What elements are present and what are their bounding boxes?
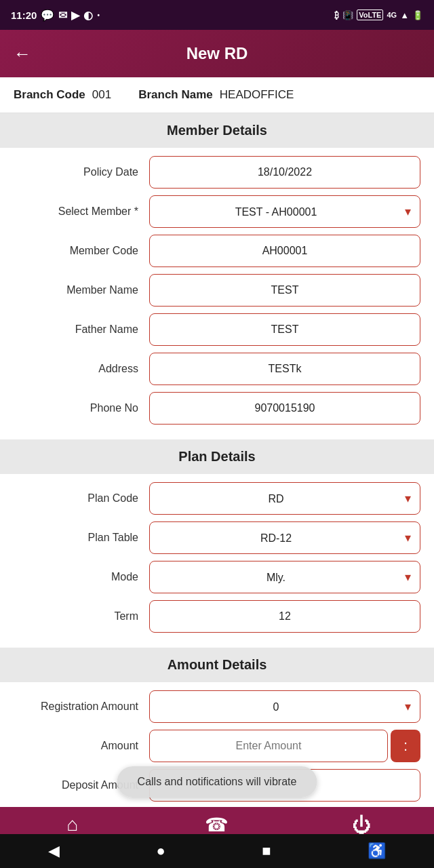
signal-icon: ▲ bbox=[400, 10, 409, 20]
plan-code-wrapper: RD ▾ bbox=[149, 482, 420, 515]
status-bar: 11:20 💬 ✉ ▶ ◐ • ₿ 📳 VoLTE 4G ▲ 🔋 bbox=[0, 0, 434, 30]
plan-details-form: Plan Code RD ▾ Plan Table RD-12 ▾ Mode bbox=[0, 474, 434, 648]
member-code-row: Member Code bbox=[14, 235, 420, 267]
member-code-label: Member Code bbox=[14, 245, 149, 257]
phone-no-label: Phone No bbox=[14, 402, 149, 414]
plan-details-title: Plan Details bbox=[178, 449, 255, 464]
branch-name-label: Branch Name bbox=[138, 88, 213, 102]
member-name-input[interactable] bbox=[149, 274, 420, 307]
branch-code-value: 001 bbox=[92, 88, 111, 102]
mode-row: Mode Mly. ▾ bbox=[14, 561, 420, 593]
policy-date-input[interactable] bbox=[149, 156, 420, 189]
registration-amount-label: Registration Amount bbox=[14, 701, 149, 713]
father-name-row: Father Name bbox=[14, 313, 420, 346]
plan-table-label: Plan Table bbox=[14, 532, 149, 544]
whatsapp-icon: 💬 bbox=[41, 9, 54, 22]
select-member-row: Select Member * TEST - AH00001 ▾ bbox=[14, 195, 420, 228]
member-details-header: Member Details bbox=[0, 113, 434, 148]
branch-info-row: Branch Code 001 Branch Name HEADOFFICE bbox=[0, 77, 434, 113]
phone-no-row: Phone No bbox=[14, 392, 420, 425]
volte-icon: VoLTE bbox=[357, 9, 383, 20]
back-arrow-icon: ← bbox=[14, 43, 31, 64]
father-name-label: Father Name bbox=[14, 323, 149, 336]
back-button[interactable]: ← bbox=[14, 43, 31, 64]
branch-code-label: Branch Code bbox=[14, 88, 85, 102]
registration-amount-row: Registration Amount 0 ▾ bbox=[14, 690, 420, 723]
amount-input[interactable] bbox=[149, 730, 388, 762]
mode-dropdown[interactable]: Mly. bbox=[149, 561, 420, 593]
content-area: Branch Code 001 Branch Name HEADOFFICE M… bbox=[0, 77, 434, 868]
address-input[interactable] bbox=[149, 353, 420, 385]
amount-details-header: Amount Details bbox=[0, 648, 434, 682]
accessibility-system-button[interactable]: ♿ bbox=[368, 842, 386, 860]
signal-4g-icon: 4G bbox=[387, 11, 397, 19]
term-label: Term bbox=[14, 610, 149, 623]
select-member-dropdown[interactable]: TEST - AH00001 bbox=[149, 195, 420, 228]
dot-icon: • bbox=[97, 12, 100, 19]
address-row: Address bbox=[14, 353, 420, 385]
battery-icon: 🔋 bbox=[412, 10, 423, 20]
address-label: Address bbox=[14, 363, 149, 375]
toast-message: Calls and notifications will vibrate bbox=[138, 776, 297, 787]
recent-system-button[interactable]: ■ bbox=[262, 842, 271, 860]
member-name-row: Member Name bbox=[14, 274, 420, 307]
plan-table-dropdown[interactable]: RD-12 bbox=[149, 521, 420, 554]
amount-details-title: Amount Details bbox=[167, 657, 267, 672]
plan-table-row: Plan Table RD-12 ▾ bbox=[14, 521, 420, 554]
father-name-input[interactable] bbox=[149, 313, 420, 346]
amount-input-wrapper: : bbox=[149, 730, 420, 762]
phone-no-input[interactable] bbox=[149, 392, 420, 425]
reg-amount-dropdown[interactable]: 0 bbox=[149, 690, 420, 723]
plan-code-label: Plan Code bbox=[14, 492, 149, 505]
plan-code-row: Plan Code RD ▾ bbox=[14, 482, 420, 515]
plan-code-dropdown[interactable]: RD bbox=[149, 482, 420, 515]
back-system-button[interactable]: ◀ bbox=[48, 842, 60, 860]
toast-notification: Calls and notifications will vibrate bbox=[117, 766, 317, 797]
home-icon: ⌂ bbox=[66, 814, 78, 835]
member-details-form: Policy Date Select Member * TEST - AH000… bbox=[0, 148, 434, 439]
member-details-title: Member Details bbox=[167, 123, 267, 138]
plan-table-wrapper: RD-12 ▾ bbox=[149, 521, 420, 554]
amount-row: Amount : bbox=[14, 730, 420, 762]
brightness-icon: ◐ bbox=[83, 9, 93, 22]
member-name-label: Member Name bbox=[14, 284, 149, 296]
time-label: 11:20 bbox=[11, 9, 37, 21]
vibrate-icon: 📳 bbox=[342, 10, 353, 20]
reg-amount-wrapper: 0 ▾ bbox=[149, 690, 420, 723]
amount-action-button[interactable]: : bbox=[391, 730, 420, 762]
amount-label: Amount bbox=[14, 740, 149, 752]
term-row: Term bbox=[14, 600, 420, 633]
status-time: 11:20 💬 ✉ ▶ ◐ • bbox=[11, 9, 100, 22]
plan-details-header: Plan Details bbox=[0, 439, 434, 474]
branch-name-value: HEADOFFICE bbox=[220, 88, 294, 102]
message-icon: ✉ bbox=[58, 9, 67, 22]
phone-icon: ☎ bbox=[205, 814, 229, 836]
home-system-button[interactable]: ● bbox=[157, 842, 165, 860]
term-input[interactable] bbox=[149, 600, 420, 633]
system-nav-bar: ◀ ● ■ ♿ bbox=[0, 834, 434, 868]
mode-wrapper: Mly. ▾ bbox=[149, 561, 420, 593]
bluetooth-icon: ₿ bbox=[334, 10, 339, 20]
member-code-input[interactable] bbox=[149, 235, 420, 267]
logout-icon: ⏻ bbox=[352, 814, 371, 836]
policy-date-row: Policy Date bbox=[14, 156, 420, 189]
select-member-label: Select Member * bbox=[14, 205, 149, 218]
policy-date-label: Policy Date bbox=[14, 166, 149, 178]
page-title: New RD bbox=[186, 44, 248, 63]
select-member-wrapper: TEST - AH00001 ▾ bbox=[149, 195, 420, 228]
status-icons: ₿ 📳 VoLTE 4G ▲ 🔋 bbox=[334, 9, 423, 20]
header: ← New RD bbox=[0, 30, 434, 77]
media-icon: ▶ bbox=[71, 9, 79, 22]
mode-label: Mode bbox=[14, 571, 149, 583]
